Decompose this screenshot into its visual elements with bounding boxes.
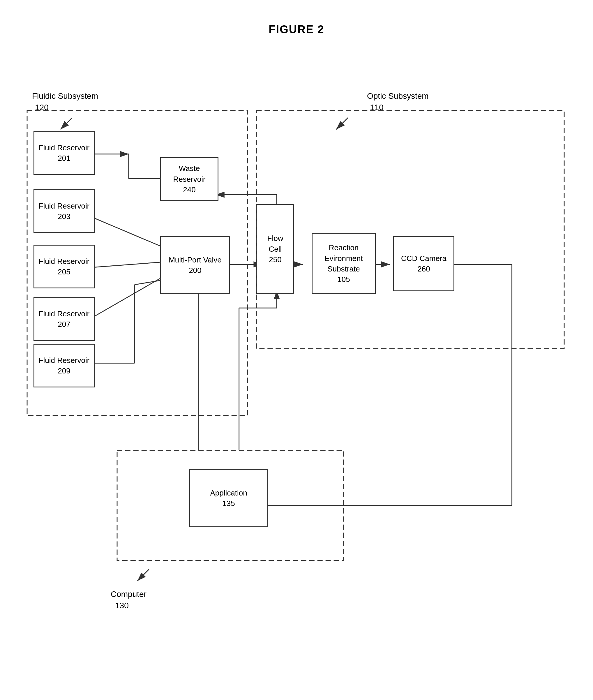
waste-reservoir: Waste Reservoir 240 — [160, 157, 219, 201]
optic-subsystem-label: Optic Subsystem 110 — [367, 90, 429, 113]
svg-line-10 — [94, 273, 169, 317]
application-box: Application 135 — [189, 469, 268, 527]
svg-line-28 — [137, 569, 149, 581]
flow-cell: Flow Cell 250 — [256, 204, 294, 294]
svg-rect-3 — [256, 110, 564, 348]
fluid-reservoir-207: Fluid Reservoir 207 — [34, 297, 95, 341]
figure-title: FIGURE 2 — [0, 0, 593, 36]
svg-line-8 — [94, 218, 169, 250]
fluidic-subsystem-label: Fluidic Subsystem 120 — [32, 90, 98, 113]
svg-line-27 — [337, 118, 348, 129]
fluid-reservoir-201: Fluid Reservoir 201 — [34, 131, 95, 175]
ccd-camera: CCD Camera 260 — [393, 236, 454, 291]
svg-line-9 — [94, 262, 169, 267]
reaction-substrate: Reaction Evironment Substrate 105 — [312, 233, 376, 294]
fluid-reservoir-209: Fluid Reservoir 209 — [34, 344, 95, 387]
svg-line-26 — [61, 118, 72, 129]
computer-label: Computer 130 — [111, 588, 147, 611]
fluid-reservoir-205: Fluid Reservoir 205 — [34, 245, 95, 288]
multi-port-valve: Multi-Port Valve 200 — [160, 236, 230, 294]
fluid-reservoir-203: Fluid Reservoir 203 — [34, 189, 95, 233]
